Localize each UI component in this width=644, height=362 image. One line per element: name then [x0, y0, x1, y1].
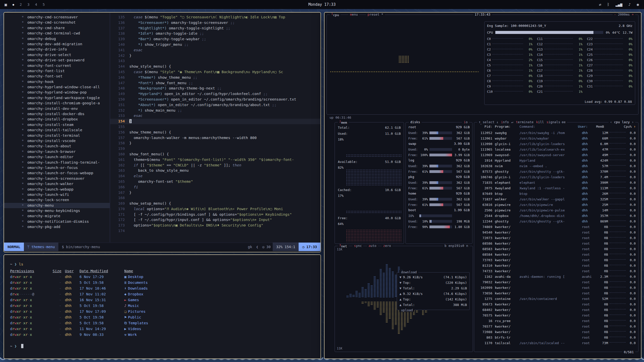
disks-tab[interactable]: disks	[409, 120, 422, 124]
code-line[interactable]: 158}	[110, 141, 320, 146]
current-prompt[interactable]: ~ ❯	[10, 343, 320, 349]
sort-right-icon[interactable]: ›	[632, 120, 634, 124]
screencast-icon[interactable]: ⇄	[599, 2, 601, 7]
btop-window[interactable]: 1cpu menu preset * 17:33:43 - 2000ms + E…	[324, 12, 641, 359]
code-line[interactable]: 154}	[110, 119, 320, 124]
code-line[interactable]: 164 else	[110, 173, 320, 179]
file-item[interactable]: *omarchy-migrate	[4, 213, 110, 219]
process-row[interactable]: 79032kworker/root0B0.0	[476, 279, 637, 285]
code-line[interactable]: 151 *About*) open_in_editor ~/.config/om…	[110, 102, 320, 108]
process-row[interactable]: 1914HyprlandHyprlanddhh424M0.0	[476, 158, 637, 163]
file-item[interactable]: *omarchy-cmd-screenshot	[4, 20, 110, 25]
file-item[interactable]: *omarchy-font-list	[4, 68, 110, 74]
process-row[interactable]: 71835elephantelephantdhh390M0.0	[476, 180, 637, 185]
process-row[interactable]: 71837walker/usr/bin/walker --gappldhh325…	[476, 196, 637, 202]
code-line[interactable]: 162 if [[ "$theme" == "CNCLD" || -z "$th…	[110, 163, 320, 168]
code-line[interactable]: 153 esac	[110, 113, 320, 119]
code-line[interactable]: 167}	[110, 190, 320, 196]
sort-selector[interactable]: ‹ cpu lazy ›	[609, 120, 635, 124]
process-row[interactable]: 76575kworker/root0B0.0	[476, 312, 637, 318]
power-icon[interactable]: ◉	[637, 2, 639, 7]
process-row[interactable]: 74733kworker/root0B0.0	[476, 268, 637, 274]
file-item[interactable]: *omarchy-drive-info	[4, 47, 110, 52]
code-line[interactable]: 148 *Background*) omarchy-theme-bg-next …	[110, 86, 320, 91]
process-row[interactable]: 72073kworker/root0B0.0	[476, 235, 637, 241]
select-up-icon[interactable]: ↑	[479, 120, 481, 124]
kill-button[interactable]: kill	[536, 120, 544, 124]
file-item[interactable]: *omarchy-hook	[4, 79, 110, 84]
file-item[interactable]: *omarchy-install-docker-dbs	[4, 111, 110, 117]
file-item[interactable]: *omarchy-launch-walker	[4, 181, 110, 187]
process-row[interactable]: 16rcu_preeroot0B0.0	[476, 318, 637, 324]
file-item[interactable]: *omarchy-launch-or-focus	[4, 165, 110, 170]
file-item[interactable]: *omarchy-menu	[4, 203, 110, 208]
scroll-up-icon[interactable]: ↑	[634, 125, 636, 128]
code-line[interactable]: 172 [ -f ~/.config/hypr/input.conf ] && …	[110, 217, 320, 223]
network-icon[interactable]: ▂▄▆	[616, 2, 622, 7]
header-memb[interactable]: MemB	[592, 125, 604, 128]
process-row[interactable]: 73703kworker/root0B0.0	[476, 257, 637, 263]
process-row[interactable]: 2544dropbox/home/dhh/.dropbox-distdhh357…	[476, 213, 637, 218]
net-interface[interactable]: b enp191s0 n	[443, 244, 470, 248]
code-line[interactable]: 159	[110, 146, 320, 152]
file-item[interactable]: *omarchy-launch-editor	[4, 154, 110, 160]
code-line[interactable]: 169show_setup_menu() {	[110, 201, 320, 206]
code-line[interactable]: 174	[110, 228, 320, 234]
file-item[interactable]: *omarchy-hyprland-window-close-all	[4, 84, 110, 90]
interval-plus-button[interactable]: +	[632, 13, 634, 16]
file-item[interactable]: *omarchy-install-vscode	[4, 138, 110, 144]
header-program[interactable]: Program:	[492, 125, 518, 128]
process-row[interactable]: 1162avahi-daavahi-daemon: running [avahi…	[476, 274, 637, 279]
code-line[interactable]: 140 *) show_trigger_menu ;;	[110, 42, 320, 48]
process-row[interactable]: 76577kworker/root0B0.0	[476, 324, 637, 329]
code-line[interactable]: 137 *Nightlight*) omarchy-toggle-nightli…	[110, 26, 320, 31]
file-item[interactable]: *omarchy-install-dropbox	[4, 117, 110, 122]
process-row[interactable]: 81310kworker/root0B0.0	[476, 263, 637, 268]
file-item[interactable]: *omarchy-cmd-share	[4, 25, 110, 31]
process-row[interactable]: 112069swayosd-/usr/bin/swayosd-serverdhh…	[476, 152, 637, 158]
header-command[interactable]: Command:	[518, 125, 578, 128]
file-item[interactable]: *omarchy-cmd-terminal-cwd	[4, 31, 110, 36]
menu-button[interactable]: menu	[348, 13, 359, 16]
code-line[interactable]: 136 *Screensaver*) omarchy-toggle-screen…	[110, 20, 320, 26]
process-row[interactable]: 803btrfs-trroot0B0.0	[476, 335, 637, 340]
process-row[interactable]: 112061waybar/usr/bin/waybardhh68M0.0	[476, 135, 637, 141]
file-item[interactable]: *omarchy-menu-keybindings	[4, 208, 110, 213]
code-line[interactable]: 150 *Screensaver*) open_in_editor ~/.con…	[110, 97, 320, 102]
process-row[interactable]: 73656kworker/root0B0.0	[476, 290, 637, 296]
file-item[interactable]: *omarchy-dev-add-migration	[4, 41, 110, 47]
process-row[interactable]: 2506pipewire/usr/bin/pipewire-pulsedhh14…	[476, 207, 637, 213]
code-line[interactable]: 144show_style_menu() {	[110, 64, 320, 69]
sort-left-icon[interactable]: ‹	[610, 120, 612, 124]
file-item[interactable]: *omarchy-install-steam	[4, 122, 110, 127]
info-button[interactable]: info	[501, 120, 509, 124]
process-row[interactable]: 2075XwaylandXwayland :1 -rootless -dhh11…	[476, 185, 637, 191]
code-line[interactable]: 146 *Theme*) show_theme_menu ;;	[110, 75, 320, 80]
process-row[interactable]: 68583kworker/root0B0.0	[476, 246, 637, 252]
code-line[interactable]: 141 esac	[110, 48, 320, 53]
process-row[interactable]: 74869kworker/root0B0.0	[476, 224, 637, 230]
file-item[interactable]: *omarchy-font-current	[4, 63, 110, 68]
code-line[interactable]: 139 *Bar*) omarchy-toggle-waybar ;;	[110, 36, 320, 42]
file-item[interactable]: *omarchy-notification-dismiss	[4, 219, 110, 224]
code-line[interactable]: 173 options="$options\n▣ Defaults\n✦ DNS…	[110, 223, 320, 228]
search-count[interactable]: ◎30	[260, 243, 273, 251]
code-line[interactable]: 168	[110, 195, 320, 201]
process-row[interactable]: 1275containe/usr/bin/containerdroot52M0.…	[476, 296, 637, 301]
code-line[interactable]: 163 back_to show_style_menu	[110, 168, 320, 173]
process-row[interactable]: 68402kworker/root0B0.0	[476, 307, 637, 312]
process-row[interactable]: 63816pipewire/usr/bin/pipewiredhh25M0.0	[476, 202, 637, 207]
file-item[interactable]: *omarchy-hyprland-workspace-toggle	[4, 95, 110, 101]
code-line[interactable]: 157 omarchy-launch-walker -m menus:omarc…	[110, 135, 320, 141]
process-row[interactable]: 72088kworker/root0B0.0	[476, 329, 637, 335]
file-item[interactable]: *omarchy-install-chromium-google-a	[4, 101, 110, 106]
volume-icon[interactable]: ♪	[628, 2, 631, 7]
editor-window[interactable]: *omarchy-cmd-screensaver*omarchy-cmd-scr…	[4, 12, 321, 252]
code-line[interactable]: 161 theme=$(menu "Font" "$(omarchy-font-…	[110, 157, 320, 163]
code-line[interactable]: 145 case $(menu "Style" "◉ Theme\n✎ Font…	[110, 69, 320, 75]
code-line[interactable]: 152 *) show_main_menu ;;	[110, 108, 320, 113]
code-line[interactable]: 155	[110, 124, 320, 130]
net-zero-button[interactable]: zero	[382, 244, 392, 248]
net-auto-button[interactable]: auto	[367, 244, 378, 248]
code-line[interactable]: 165 omarchy-font-set "$theme"	[110, 179, 320, 185]
